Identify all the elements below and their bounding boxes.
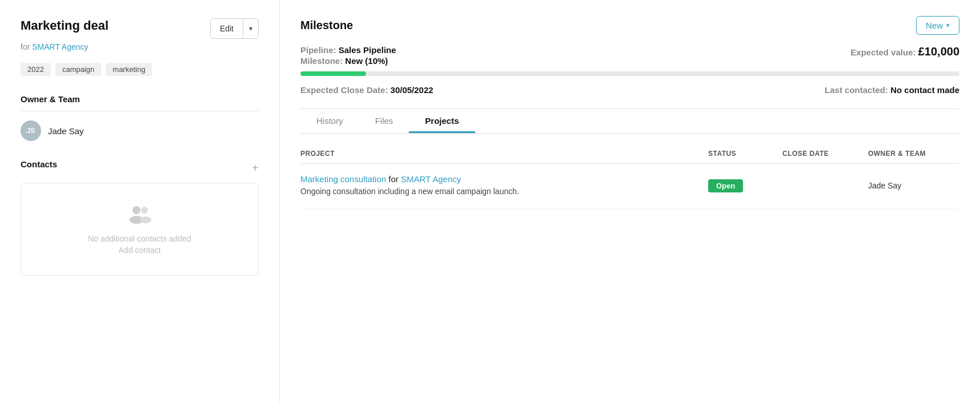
agency-link[interactable]: SMART Agency (32, 42, 88, 51)
project-info: Marketing consultation for SMART Agency … (300, 174, 708, 198)
milestone-header: Milestone New ▾ (300, 16, 959, 35)
contacts-section-title: Contacts (21, 159, 57, 169)
svg-point-2 (141, 207, 148, 214)
pipeline-info: Pipeline: Sales Pipeline Milestone: New … (300, 45, 959, 66)
contacts-header: Contacts + (21, 159, 259, 176)
milestone-prefix: Milestone: (300, 56, 345, 66)
progress-bar-fill (300, 71, 366, 76)
close-info: Expected Close Date: 30/05/2022 Last con… (300, 85, 959, 95)
deal-title: Marketing deal (21, 18, 109, 33)
project-agency-link[interactable]: SMART Agency (401, 174, 461, 184)
expected-value-prefix: Expected value: (850, 47, 918, 57)
last-contacted-prefix: Last contacted: (825, 85, 890, 95)
projects-table: PROJECT STATUS CLOSE DATE OWNER & TEAM M… (300, 134, 959, 208)
last-contacted-value: No contact made (890, 85, 959, 95)
status-badge: Open (708, 179, 743, 192)
add-contact-button[interactable]: + (252, 162, 259, 174)
pipeline-left: Pipeline: Sales Pipeline Milestone: New … (300, 45, 396, 66)
milestone-title: Milestone (300, 19, 353, 32)
tab-projects[interactable]: Projects (409, 109, 475, 133)
close-date-prefix: Expected Close Date: (300, 85, 391, 95)
deal-header: Marketing deal Edit ▾ (21, 18, 259, 39)
milestone-label: Milestone: New (10%) (300, 56, 396, 66)
pipeline-label: Pipeline: Sales Pipeline (300, 45, 396, 55)
owner-name: Jade Say (48, 126, 84, 136)
edit-button[interactable]: Edit (211, 21, 243, 37)
tags-container: 2022 campaign marketing (21, 63, 259, 76)
left-panel: Marketing deal Edit ▾ for SMART Agency 2… (0, 0, 280, 402)
pipeline-value: Sales Pipeline (339, 45, 396, 55)
owner-row: JS Jade Say (21, 120, 259, 141)
progress-bar-container (300, 71, 959, 76)
edit-dropdown-button[interactable]: ▾ (243, 21, 258, 36)
col-header-project: PROJECT (300, 150, 708, 158)
contacts-empty-icon (33, 204, 247, 230)
pipeline-prefix: Pipeline: (300, 45, 339, 55)
expected-value-amount: £10,000 (918, 45, 959, 58)
milestone-value: New (10%) (345, 56, 388, 66)
edit-button-group: Edit ▾ (210, 18, 259, 39)
last-contacted: Last contacted: No contact made (825, 85, 959, 95)
svg-point-3 (140, 216, 151, 223)
close-date-label: Expected Close Date: 30/05/2022 (300, 85, 433, 95)
tabs-bar: History Files Projects (300, 109, 959, 134)
project-link[interactable]: Marketing consultation (300, 174, 386, 184)
col-header-close-date: CLOSE DATE (782, 150, 868, 158)
new-button[interactable]: New ▾ (916, 16, 959, 35)
new-button-label: New (926, 21, 943, 30)
project-status-cell: Open (708, 179, 782, 192)
project-desc: Ongoing consultation including a new ema… (300, 186, 708, 198)
table-header-row: PROJECT STATUS CLOSE DATE OWNER & TEAM (300, 150, 959, 164)
svg-point-0 (132, 206, 140, 214)
close-date-value: 30/05/2022 (391, 85, 433, 95)
tab-files[interactable]: Files (359, 109, 409, 133)
tag-campaign: campaign (55, 63, 101, 76)
for-agency: for SMART Agency (21, 42, 259, 51)
owner-section-title: Owner & Team (21, 94, 259, 104)
avatar: JS (21, 120, 41, 141)
expected-value: Expected value: £10,000 (850, 45, 959, 58)
col-header-status: STATUS (708, 150, 782, 158)
for-text: for (21, 42, 30, 51)
contacts-empty: No additional contacts added Add contact (21, 183, 259, 276)
right-panel: Milestone New ▾ Pipeline: Sales Pipeline… (280, 0, 980, 402)
project-link-line: Marketing consultation for SMART Agency (300, 174, 708, 184)
tab-history[interactable]: History (300, 109, 359, 133)
col-header-owner: OWNER & TEAM (868, 150, 959, 158)
add-contact-link[interactable]: Add contact (33, 246, 247, 255)
table-row: Marketing consultation for SMART Agency … (300, 164, 959, 208)
project-owner: Jade Say (868, 181, 959, 190)
project-for: for (388, 174, 401, 184)
chevron-down-icon: ▾ (946, 22, 950, 29)
owner-divider (21, 111, 259, 111)
tag-2022: 2022 (21, 63, 51, 76)
tag-marketing: marketing (106, 63, 152, 76)
no-contacts-text: No additional contacts added (33, 234, 247, 243)
